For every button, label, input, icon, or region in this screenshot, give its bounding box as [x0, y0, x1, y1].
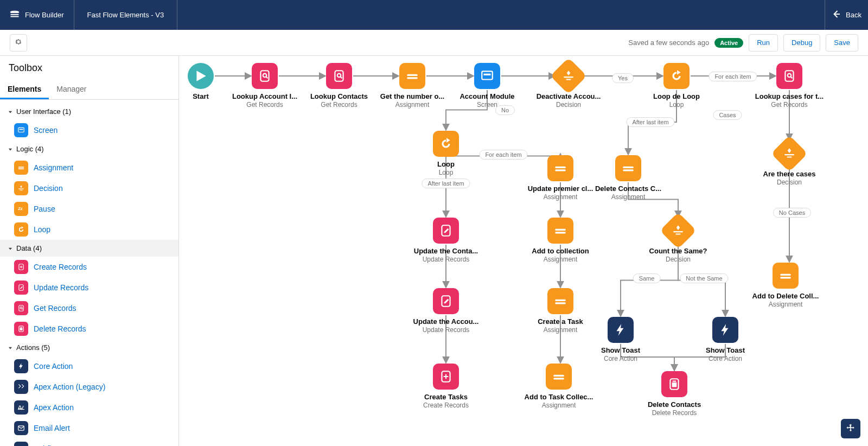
toolbox-item[interactable]: Screen — [7, 120, 178, 141]
flow-node[interactable]: Count the Same? Decision — [635, 218, 722, 263]
flow-node[interactable]: Account Module Screen — [444, 63, 531, 109]
toolbox-item[interactable]: Core Action — [7, 356, 178, 377]
connector-label[interactable]: After last item — [626, 117, 674, 127]
flow-node[interactable]: Show Toast Core Action — [682, 317, 769, 362]
connector-label[interactable]: Same — [633, 273, 661, 283]
debug-button[interactable]: Debug — [783, 34, 820, 52]
group-header[interactable]: Data (4) — [0, 240, 178, 257]
flow-node[interactable]: Show Toast Core Action — [577, 317, 664, 362]
bolt-icon — [14, 359, 28, 373]
connector-label[interactable]: No Cases — [773, 208, 811, 218]
node-label: Deactivate Accou... — [537, 92, 601, 100]
toolbox-item[interactable]: Pause — [7, 199, 178, 219]
tab-manager[interactable]: Manager — [49, 79, 94, 99]
node-shape — [474, 63, 500, 89]
flow-node[interactable]: Lookup cases for t... Get Records — [746, 63, 833, 109]
connector-label[interactable]: For each item — [479, 150, 527, 160]
assign-icon — [14, 161, 28, 175]
toolbox-title: Toolbox — [0, 56, 178, 79]
flow-brand-icon — [10, 9, 20, 21]
connector-label[interactable]: Cases — [713, 110, 742, 120]
decision-icon — [671, 224, 685, 238]
node-label: Add to Task Collec... — [525, 393, 593, 401]
node-label: Lookup Account I... — [232, 92, 297, 100]
toolbox-item[interactable]: Delete Records — [7, 318, 178, 339]
flow-node[interactable]: Loop Loop — [403, 131, 489, 176]
canvas-move-button[interactable] — [841, 419, 860, 438]
loop-icon — [669, 69, 684, 83]
flow-canvas[interactable]: Start Lookup Account I... Get Records Lo… — [179, 56, 868, 446]
status-badge: Active — [714, 38, 743, 48]
toolbox-item[interactable]: Apex Action — [7, 397, 178, 418]
assign-icon — [778, 269, 793, 283]
main: Toolbox Elements Manager User Interface … — [0, 56, 868, 446]
flow-node[interactable]: Loop de Loop Loop — [633, 63, 720, 109]
group-header[interactable]: Logic (4) — [0, 141, 178, 157]
back-button[interactable]: Back — [825, 0, 868, 30]
node-shape — [771, 135, 808, 172]
flow-node[interactable]: Add to Task Collec... Assignment — [515, 364, 602, 409]
settings-button[interactable] — [10, 34, 27, 52]
flow-node[interactable]: Create Tasks Create Records — [403, 364, 489, 409]
email-icon — [14, 421, 28, 435]
toolbox-item-label: Get Records — [34, 304, 76, 313]
node-shape — [547, 288, 573, 314]
save-button[interactable]: Save — [826, 34, 858, 52]
toolbox-item[interactable]: Get Records — [7, 298, 178, 318]
toolbox-item[interactable]: Email Alert — [7, 418, 178, 438]
toolbox-item[interactable]: Assignment — [7, 157, 178, 178]
tab-elements[interactable]: Elements — [0, 79, 49, 99]
flow-node[interactable]: Add to collection Assignment — [517, 218, 604, 263]
create-icon — [439, 369, 453, 384]
toolbox-item[interactable]: Decision — [7, 178, 178, 199]
flow-node[interactable]: Delete Contacts C... Assignment — [585, 155, 672, 201]
connector-label[interactable]: Not the Same — [680, 273, 728, 283]
toolbox-item[interactable]: Apex Action (Legacy) — [7, 377, 178, 397]
connector-label[interactable]: No — [495, 105, 515, 115]
connector-label[interactable]: After last item — [422, 179, 470, 188]
decision-icon — [561, 69, 576, 83]
node-label: Update the Accou... — [413, 317, 479, 326]
run-button[interactable]: Run — [749, 34, 778, 52]
flow-node[interactable]: Delete Contacts Delete Records — [631, 371, 718, 417]
group-header[interactable]: Actions (5) — [0, 339, 178, 356]
node-label: Create a Task — [538, 317, 583, 326]
flow-node[interactable]: Lookup Account I... Get Records — [221, 63, 308, 109]
back-label: Back — [846, 11, 861, 19]
toolbox-item[interactable]: Create Records — [7, 257, 178, 277]
screen-icon — [480, 69, 494, 83]
connector-label[interactable]: For each item — [709, 72, 757, 81]
toolbox-item[interactable]: Loop — [7, 219, 178, 240]
node-shape — [712, 317, 738, 343]
toolbox-tree: User Interface (1) ScreenLogic (4) Assig… — [0, 100, 178, 446]
flow-node[interactable]: Update the Conta... Update Records — [403, 218, 489, 263]
brand-block[interactable]: Flow Builder — [0, 0, 74, 30]
node-label: Add to Delete Coll... — [752, 292, 819, 300]
toolbox-item[interactable]: Subflow — [7, 438, 178, 446]
flow-title[interactable]: Fast Flow Elements - V3 — [74, 0, 178, 30]
node-shape — [660, 212, 697, 249]
pause-icon — [14, 202, 28, 216]
connector-label[interactable]: Yes — [612, 73, 634, 83]
chevron-down-icon — [8, 109, 13, 114]
node-shape — [773, 263, 799, 289]
flow-node[interactable]: Add to Delete Coll... Assignment — [742, 263, 829, 308]
flow-node[interactable]: Get the number o... Assignment — [369, 63, 456, 109]
toolbox-item-label: Pause — [34, 205, 55, 213]
assign-icon — [553, 161, 567, 175]
node-label: Account Module — [459, 92, 514, 100]
toolbox-item-label: Decision — [34, 184, 63, 193]
group-header[interactable]: User Interface (1) — [0, 103, 178, 120]
flow-node[interactable]: Deactivate Accou... Decision — [525, 63, 612, 109]
bolt-icon — [614, 323, 628, 337]
toolbox-item[interactable]: Update Records — [7, 277, 178, 298]
apex-icon — [14, 400, 28, 415]
flow-node[interactable]: Are there cases Decision — [746, 141, 833, 186]
decision-icon — [14, 181, 28, 195]
node-subtype: Update Records — [423, 256, 470, 263]
flow-node[interactable]: Update the Accou... Update Records — [403, 288, 489, 334]
update-icon — [439, 294, 453, 308]
node-shape — [547, 218, 573, 244]
node-shape — [547, 155, 573, 181]
toolbox-item-label: Update Records — [34, 283, 88, 292]
